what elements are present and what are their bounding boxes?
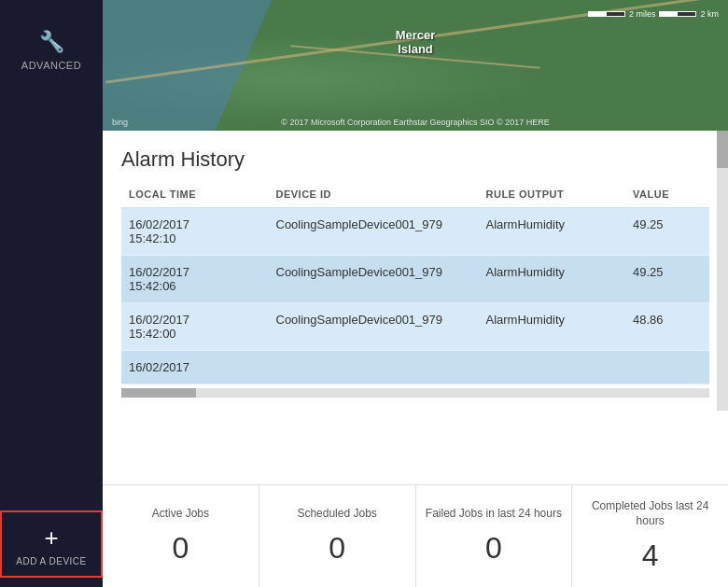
table-row[interactable]: 16/02/2017 15:42:10 CoolingSampleDevice0… <box>121 208 709 256</box>
stat-value-active-jobs: 0 <box>172 531 189 566</box>
map-scale-bar <box>588 11 625 17</box>
sidebar-item-label: ADVANCED <box>21 60 81 71</box>
map-water <box>103 0 385 131</box>
stat-card-active-jobs: Active Jobs 0 <box>103 485 259 587</box>
map-scale-label-2: 2 km <box>700 9 719 19</box>
map-credit: © 2017 Microsoft Corporation Earthstar G… <box>281 118 549 127</box>
sidebar-bottom: + ADD A DEVICE <box>0 510 103 587</box>
map-road-2 <box>290 45 539 68</box>
alarm-history-table: LOCAL TIME DEVICE ID RULE OUTPUT VALUE 1… <box>121 185 709 384</box>
add-device-button[interactable]: + ADD A DEVICE <box>0 510 103 578</box>
cell-value-1: 49.25 <box>625 256 709 303</box>
h-scrollbar-thumb[interactable] <box>121 388 196 398</box>
sidebar: 🔧 ADVANCED + ADD A DEVICE <box>0 0 103 587</box>
add-device-label: ADD A DEVICE <box>16 556 86 566</box>
map-scale: 2 miles 2 km <box>588 9 719 19</box>
alarm-table-body: 16/02/2017 15:42:10 CoolingSampleDevice0… <box>121 208 709 384</box>
stat-label-completed-jobs: Completed Jobs last 24 hours <box>580 499 721 528</box>
stat-card-scheduled-jobs: Scheduled Jobs 0 <box>259 485 416 587</box>
stat-value-failed-jobs: 0 <box>485 531 502 566</box>
map-scale-label: 2 miles <box>629 9 656 19</box>
cell-device-id-2: CoolingSampleDevice001_979 <box>269 303 479 351</box>
cell-device-id-3 <box>269 351 479 384</box>
stat-card-failed-jobs: Failed Jobs in last 24 hours 0 <box>416 485 573 587</box>
horizontal-scrollbar[interactable] <box>121 388 709 398</box>
stats-row: Active Jobs 0 Scheduled Jobs 0 Failed Jo… <box>103 484 728 587</box>
alarm-table-header: LOCAL TIME DEVICE ID RULE OUTPUT VALUE <box>121 185 709 208</box>
stat-label-scheduled-jobs: Scheduled Jobs <box>297 507 376 522</box>
vertical-scrollbar[interactable] <box>717 131 728 411</box>
alarm-header-row: LOCAL TIME DEVICE ID RULE OUTPUT VALUE <box>121 185 709 208</box>
col-header-value: VALUE <box>625 185 709 208</box>
stat-value-completed-jobs: 4 <box>642 538 659 573</box>
stat-label-active-jobs: Active Jobs <box>152 507 209 522</box>
stat-value-scheduled-jobs: 0 <box>329 531 345 566</box>
cell-value-2: 48.86 <box>625 303 709 351</box>
cell-device-id-0: CoolingSampleDevice001_979 <box>269 208 479 256</box>
alarm-history-section: Alarm History LOCAL TIME DEVICE ID RULE … <box>103 131 728 484</box>
wrench-icon: 🔧 <box>39 30 64 54</box>
map-bing-label: bing <box>112 118 128 127</box>
map-background: MercerIsland 2 miles 2 km bing © 2017 Mi… <box>103 0 728 131</box>
cell-local-time-0: 16/02/2017 15:42:10 <box>121 208 269 256</box>
scrollbar-thumb[interactable] <box>717 131 728 168</box>
plus-icon: + <box>44 524 58 552</box>
cell-local-time-1: 16/02/2017 15:42:06 <box>121 256 269 303</box>
main-content: MercerIsland 2 miles 2 km bing © 2017 Mi… <box>103 0 728 587</box>
cell-device-id-1: CoolingSampleDevice001_979 <box>269 256 479 303</box>
cell-local-time-2: 16/02/2017 15:42:00 <box>121 303 269 351</box>
cell-rule-output-1: AlarmHumidity <box>479 256 626 303</box>
table-row[interactable]: 16/02/2017 15:42:00 CoolingSampleDevice0… <box>121 303 709 351</box>
table-row[interactable]: 16/02/2017 15:42:06 CoolingSampleDevice0… <box>121 256 709 303</box>
map-area: MercerIsland 2 miles 2 km bing © 2017 Mi… <box>103 0 728 131</box>
table-row-partial: 16/02/2017 <box>121 351 709 384</box>
cell-value-3 <box>625 351 709 384</box>
cell-local-time-3: 16/02/2017 <box>121 351 269 384</box>
alarm-history-title: Alarm History <box>121 147 709 172</box>
col-header-local-time: LOCAL TIME <box>121 185 269 208</box>
cell-rule-output-3 <box>479 351 626 384</box>
stat-label-failed-jobs: Failed Jobs in last 24 hours <box>426 507 562 522</box>
cell-value-0: 49.25 <box>625 208 709 256</box>
col-header-device-id: DEVICE ID <box>269 185 479 208</box>
cell-rule-output-0: AlarmHumidity <box>479 208 626 256</box>
sidebar-top: 🔧 ADVANCED <box>0 7 103 90</box>
stat-card-completed-jobs: Completed Jobs last 24 hours 4 <box>572 485 728 587</box>
sidebar-item-advanced[interactable]: 🔧 ADVANCED <box>0 17 103 80</box>
map-scale-bar-2 <box>659 11 696 17</box>
col-header-rule-output: RULE OUTPUT <box>479 185 626 208</box>
cell-rule-output-2: AlarmHumidity <box>479 303 626 351</box>
